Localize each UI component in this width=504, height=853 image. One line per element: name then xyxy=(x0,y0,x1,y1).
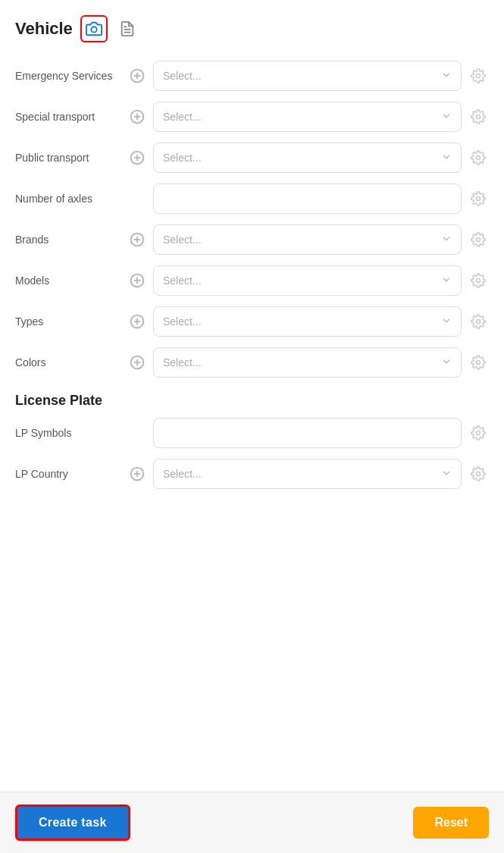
license-plate-section-title: License Plate xyxy=(15,393,489,409)
field-label-lp-symbols: LP Symbols xyxy=(15,426,121,440)
svg-point-37 xyxy=(477,472,481,476)
gear-button-public-transport[interactable] xyxy=(468,147,489,168)
field-label-emergency-services: Emergency Services xyxy=(15,69,121,83)
select-placeholder: Select... xyxy=(163,70,202,82)
select-models[interactable]: Select... xyxy=(153,265,462,296)
text-input-number-of-axles[interactable] xyxy=(153,183,462,214)
chevron-down-icon xyxy=(441,70,452,83)
reset-button[interactable]: Reset xyxy=(413,807,489,839)
gear-button-types[interactable] xyxy=(468,311,489,332)
field-label-lp-country: LP Country xyxy=(15,467,121,481)
page-title: Vehicle xyxy=(15,19,73,39)
document-icon-button[interactable] xyxy=(115,17,139,41)
plus-button-public-transport[interactable] xyxy=(127,148,147,168)
gear-button-brands[interactable] xyxy=(468,229,489,250)
field-row: Special transportSelect... xyxy=(15,102,489,132)
field-row: TypesSelect... xyxy=(15,306,489,337)
plus-button-brands[interactable] xyxy=(127,230,147,249)
field-row: Emergency ServicesSelect... xyxy=(15,61,489,91)
svg-point-11 xyxy=(477,115,481,119)
svg-point-15 xyxy=(477,156,481,160)
select-placeholder: Select... xyxy=(163,274,202,287)
chevron-down-icon xyxy=(441,356,452,369)
select-placeholder: Select... xyxy=(163,468,202,480)
field-label-public-transport: Public transport xyxy=(15,151,121,165)
select-types[interactable]: Select... xyxy=(153,306,462,337)
svg-point-20 xyxy=(477,238,481,242)
field-label-brands: Brands xyxy=(15,233,121,246)
plus-button-emergency-services[interactable] xyxy=(127,66,147,86)
field-label-colors: Colors xyxy=(15,356,121,369)
bottom-bar: Create task Reset xyxy=(0,792,504,853)
field-label-special-transport: Special transport xyxy=(15,110,121,124)
field-row: LP Symbols xyxy=(15,418,489,448)
chevron-down-icon xyxy=(441,274,452,287)
select-lp-country[interactable]: Select... xyxy=(153,459,462,489)
field-row: ModelsSelect... xyxy=(15,265,489,296)
select-emergency-services[interactable]: Select... xyxy=(153,61,462,91)
license-plate-fields: LP SymbolsLP CountrySelect... xyxy=(15,418,489,489)
field-row: Number of axles xyxy=(15,183,489,214)
field-label-number-of-axles: Number of axles xyxy=(15,192,121,205)
camera-icon xyxy=(86,20,102,37)
plus-button-special-transport[interactable] xyxy=(127,107,147,127)
vehicle-fields: Emergency ServicesSelect...Special trans… xyxy=(15,61,489,378)
main-content: Vehicle Emergency ServicesSelect...Speci… xyxy=(0,0,504,792)
field-row: LP CountrySelect... xyxy=(15,459,489,489)
plus-button-models[interactable] xyxy=(127,271,147,290)
plus-button-lp-country[interactable] xyxy=(127,464,147,484)
gear-button-lp-symbols[interactable] xyxy=(468,422,489,444)
svg-point-33 xyxy=(477,431,481,435)
select-placeholder: Select... xyxy=(163,315,202,328)
document-icon xyxy=(119,20,136,37)
field-row: BrandsSelect... xyxy=(15,224,489,255)
select-placeholder: Select... xyxy=(163,234,202,246)
plus-button-colors[interactable] xyxy=(127,353,147,372)
select-special-transport[interactable]: Select... xyxy=(153,102,462,132)
create-task-button[interactable]: Create task xyxy=(15,804,130,841)
gear-button-emergency-services[interactable] xyxy=(468,65,489,86)
select-placeholder: Select... xyxy=(163,111,202,123)
svg-point-28 xyxy=(477,320,481,324)
text-input-lp-symbols[interactable] xyxy=(153,418,462,448)
chevron-down-icon xyxy=(441,234,452,246)
chevron-down-icon xyxy=(441,111,452,124)
page-header: Vehicle xyxy=(15,15,489,42)
svg-point-16 xyxy=(477,197,481,201)
svg-point-32 xyxy=(477,361,481,365)
select-colors[interactable]: Select... xyxy=(153,347,462,378)
chevron-down-icon xyxy=(441,468,452,481)
field-row: ColorsSelect... xyxy=(15,347,489,378)
field-label-types: Types xyxy=(15,315,121,328)
camera-icon-button[interactable] xyxy=(80,15,108,42)
svg-point-24 xyxy=(477,279,481,283)
chevron-down-icon xyxy=(441,152,452,165)
select-brands[interactable]: Select... xyxy=(153,224,462,255)
plus-button-types[interactable] xyxy=(127,312,147,331)
gear-button-colors[interactable] xyxy=(468,352,489,373)
gear-button-special-transport[interactable] xyxy=(468,106,489,127)
gear-button-models[interactable] xyxy=(468,270,489,291)
select-public-transport[interactable]: Select... xyxy=(153,143,462,173)
select-placeholder: Select... xyxy=(163,356,202,368)
svg-point-0 xyxy=(91,27,96,32)
gear-button-number-of-axles[interactable] xyxy=(468,188,489,209)
field-label-models: Models xyxy=(15,274,121,287)
gear-button-lp-country[interactable] xyxy=(468,463,489,485)
field-row: Public transportSelect... xyxy=(15,143,489,173)
svg-point-7 xyxy=(477,74,481,78)
select-placeholder: Select... xyxy=(163,152,202,164)
chevron-down-icon xyxy=(441,315,452,328)
